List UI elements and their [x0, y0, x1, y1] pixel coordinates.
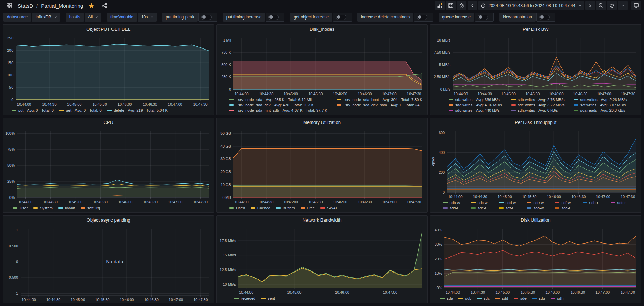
legend-item-sdb-r[interactable]: sdb-r [583, 201, 607, 205]
chart-area-per-disk-throughput[interactable]: 10:44:0010:44:3010:45:0010:45:3010:46:00… [430, 127, 641, 200]
refresh-icon[interactable] [607, 1, 617, 10]
legend-color-swatch [527, 202, 531, 203]
chart-disk-inodes[interactable]: 10:44:0010:44:3010:45:0010:45:3010:46:00… [217, 33, 427, 97]
variable-value-hostis[interactable]: All [85, 13, 101, 22]
legend-item-sdd-r[interactable]: sdd-r [443, 206, 468, 210]
legend-item-free[interactable]: Free [301, 206, 315, 210]
panel-title-network-bandwidth[interactable]: Network Bandwidth [217, 216, 427, 224]
legend-item-sdc-writes[interactable]: sdc.writesAvg: 2.26 MB/s [574, 98, 627, 102]
toggle-get-object-increase[interactable] [333, 13, 352, 22]
legend-item-soft-irq[interactable]: soft_irq [81, 206, 100, 210]
toggle-increase-delete-containers[interactable] [414, 13, 433, 22]
legend-item-sdb-writes[interactable]: sdb.writesAvg: 2.76 MB/s [511, 98, 565, 102]
chart-area-network-bandwidth[interactable]: 10:44:0010:45:0010:46:0010:47:0010 Mb/s1… [217, 224, 427, 296]
toggle-put-timing-peak[interactable] [198, 13, 217, 22]
legend-item-srv-node-sda-mnt-sdb[interactable]: _srv_node_sda_mnt_sdbAvg: 4.07 KTotal: 9… [229, 108, 327, 112]
legend-item-system[interactable]: System [33, 206, 53, 210]
legend-item-sda-w[interactable]: sda-w [527, 206, 551, 210]
legend-item-recieved[interactable]: recieved [234, 296, 255, 300]
chart-cpu[interactable]: 10:44:0010:44:3010:45:0010:45:3010:46:00… [3, 127, 214, 205]
panel-title-object-put-get-del[interactable]: Object PUT GET DEL [3, 25, 214, 33]
legend-item-sde-r[interactable]: sde-r [471, 206, 495, 210]
time-shift-forward-icon[interactable] [585, 1, 595, 10]
legend-item-sde[interactable]: sde [514, 296, 527, 300]
legend-item-user[interactable]: User [13, 206, 28, 210]
variable-value-timevariable[interactable]: 10s [138, 13, 157, 22]
legend-item-used[interactable]: Used [229, 206, 245, 210]
legend-item-sdf-r[interactable]: sdf-r [499, 206, 523, 210]
chart-object-put-get-del[interactable]: 10:44:0010:44:3010:45:0010:45:3010:46:00… [3, 33, 214, 107]
panel-title-disk-utilization[interactable]: Disk Utilization [430, 216, 641, 224]
panel-title-per-disk-throughput[interactable]: Per Disk Throughput [430, 118, 641, 127]
chart-object-async-pending[interactable]: 10:44:0010:44:3010:45:0010:45:3010:46:00… [3, 224, 214, 303]
save-dashboard-icon[interactable] [446, 1, 456, 10]
legend-item-delete[interactable]: deleteAvg: 219Total: 5.04 K [107, 108, 168, 112]
variable-label-hostis: hostIs [66, 13, 84, 22]
legend-item-srv-node-sda-dev-shm[interactable]: _srv_node_sda_dev_shmAvg: 1Total: 24 [337, 103, 422, 107]
time-shift-back-icon[interactable] [468, 1, 477, 10]
breadcrumb-page[interactable]: Partial_Monitoring [41, 3, 83, 9]
legend-item-sdd-w[interactable]: sdd-w [499, 201, 523, 205]
share-icon[interactable] [100, 1, 109, 10]
legend-item-sda-reads[interactable]: sda.readsAvg: 20.3 kB/s [574, 108, 627, 112]
chart-per-disk-throughput[interactable]: 10:44:0010:44:3010:45:0010:45:3010:46:00… [430, 127, 641, 200]
legend-item-iowait[interactable]: Iowait [58, 206, 75, 210]
legend-item-sde-writes[interactable]: sde.writesAvg: 3.22 MB/s [511, 103, 565, 107]
chart-per-disk-bw[interactable]: 10:44:0010:44:3010:45:0010:45:3010:46:00… [430, 33, 641, 97]
breadcrumb-app[interactable]: StatsD [17, 3, 33, 9]
chart-area-disk-utilization[interactable]: 10:44:0010:44:3010:45:0010:45:3010:46:00… [430, 224, 641, 296]
legend-item-sdg-writes[interactable]: sdg.writesAvg: 440 kB/s [449, 108, 502, 112]
favorite-star-icon[interactable] [86, 1, 96, 10]
legend-item-sdd-writes[interactable]: sdd.writesAvg: 4.16 MB/s [449, 103, 502, 107]
toggle-queue-increase[interactable] [475, 13, 494, 22]
chart-area-cpu[interactable]: 10:44:0010:44:3010:45:0010:45:3010:46:00… [3, 127, 214, 205]
panel-title-cpu[interactable]: CPU [3, 118, 214, 127]
legend-item-sdh-writes[interactable]: sdh.writesAvg: 0 kB/s [511, 108, 565, 112]
legend-item-sdg[interactable]: sdg [532, 296, 545, 300]
legend-item-sde-w[interactable]: sde-w [527, 201, 551, 205]
panel-title-per-disk-bw[interactable]: Per Disk BW [430, 25, 641, 33]
legend-item-srv-node-sda-dev[interactable]: _srv_node_sda_devAvg: 470Total: 11.3 K [229, 103, 327, 107]
chart-area-memory-utilization[interactable]: 10:44:0010:44:3010:45:0010:45:3010:46:00… [217, 127, 427, 205]
chart-area-per-disk-bw[interactable]: 10:44:0010:44:3010:45:0010:45:3010:46:00… [430, 33, 641, 97]
chart-area-object-async-pending[interactable]: 10:44:0010:44:3010:45:0010:45:3010:46:00… [3, 224, 214, 303]
apps-grid-icon[interactable] [4, 1, 14, 10]
legend-item-sdf-w[interactable]: sdf-w [555, 201, 579, 205]
legend-item-sent[interactable]: sent [261, 296, 275, 300]
legend-item-sdc[interactable]: sdc [477, 296, 490, 300]
time-range-picker[interactable]: 2024-08-10 10:43:56 to 2024-08-10 10:47:… [478, 1, 584, 10]
legend-item-sda-writes[interactable]: sda.writesAvg: 636 kB/s [449, 98, 502, 102]
legend-item-sdb[interactable]: sdb [458, 296, 471, 300]
legend-item-srv-node-sda-boot[interactable]: _srv_node_sda_bootAvg: 304Total: 7.30 K [337, 98, 422, 102]
chart-memory-utilization[interactable]: 10:44:0010:44:3010:45:0010:45:3010:46:00… [217, 127, 427, 205]
panel-title-object-async-pending[interactable]: Object async pending [3, 216, 214, 224]
legend-item-swap[interactable]: SWAP [320, 206, 338, 210]
chart-area-disk-inodes[interactable]: 10:44:0010:44:3010:45:0010:45:3010:46:00… [217, 33, 427, 97]
chart-disk-utilization[interactable]: 10:44:0010:44:3010:45:0010:45:3010:46:00… [430, 224, 641, 296]
display-mode-icon[interactable] [631, 1, 641, 10]
legend-item-sdc-r[interactable]: sdc-r [611, 201, 635, 205]
legend-item-cached[interactable]: Cached [251, 206, 270, 210]
legend-item-get[interactable]: getAvg: 0Total: 0 [59, 108, 102, 112]
legend-item-sdb-w[interactable]: sdb-w [443, 201, 468, 205]
legend-item-put[interactable]: putAvg: 0Total: 0 [12, 108, 54, 112]
legend-item-sdh[interactable]: sdh [551, 296, 564, 300]
refresh-interval-caret-icon[interactable] [618, 1, 628, 10]
toggle-new-annotation[interactable] [536, 13, 555, 22]
toggle-put-timing-increase[interactable] [266, 13, 284, 22]
add-panel-icon[interactable] [435, 1, 445, 10]
zoom-out-icon[interactable] [596, 1, 606, 10]
chart-area-object-put-get-del[interactable]: 10:44:0010:44:3010:45:0010:45:3010:46:00… [3, 33, 214, 107]
legend-item-sda[interactable]: sda [440, 296, 453, 300]
panel-title-disk-inodes[interactable]: Disk_inodes [217, 25, 427, 33]
legend-item-sdf-writes[interactable]: sdf.writesAvg: 3.07 MB/s [574, 103, 627, 107]
chart-network-bandwidth[interactable]: 10:44:0010:45:0010:46:0010:47:0010 Mb/s1… [217, 224, 427, 296]
legend-item-srv-node-sda[interactable]: _srv_node_sdaAvg: 255 KTotal: 6.12 Mil [229, 98, 327, 102]
panel-title-memory-utilization[interactable]: Memory Utilization [217, 118, 427, 127]
legend-item-sda-r[interactable]: sda-r [555, 206, 579, 210]
legend-item-sdc-w[interactable]: sdc-w [471, 201, 495, 205]
legend-item-sdd[interactable]: sdd [495, 296, 508, 300]
variable-value-datasource[interactable]: InfluxDB [32, 13, 60, 22]
settings-gear-icon[interactable] [457, 1, 466, 10]
legend-item-buffers[interactable]: Buffers [276, 206, 295, 210]
